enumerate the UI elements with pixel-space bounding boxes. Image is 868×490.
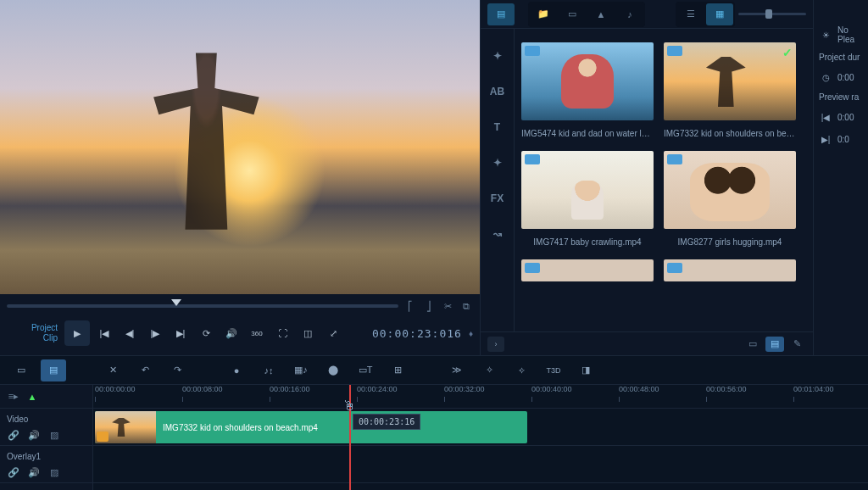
clip-card[interactable]: IMG8277 girls hugging.mp4 [664,151,796,254]
range-end-value: 0:0 [837,135,849,144]
end-button[interactable]: ▶| [170,322,192,344]
clip-card[interactable]: IMG5474 kid and dad on water lside.mp4 [521,42,654,146]
preview-canvas[interactable] [0,0,480,294]
fx-label-icon[interactable]: FX [486,188,509,209]
time-ruler[interactable]: 00:00:00:00 00:00:08:00 00:00:16:00 00:0… [93,385,868,409]
next-frame-button[interactable]: |▶ [144,322,166,344]
overlay-track-lane[interactable] [93,446,868,483]
scroll-right-icon[interactable]: › [487,337,504,352]
home-button[interactable]: |◀ [93,322,115,344]
range-end[interactable]: ▶| 0:0 [819,132,863,146]
link-icon[interactable]: 🔗 [7,429,20,441]
project-duration: ◷ 0:00 [819,70,863,84]
ab-transition-icon[interactable]: AB [486,81,509,102]
info-panel: ☀ NoPlea Project dur ◷ 0:00 Preview ra |… [814,0,868,355]
ruler-tick: 00:01:04:00 [793,385,834,393]
info-no-chapter: ☀ NoPlea [819,25,863,44]
overlay-icon[interactable]: ✦ [486,153,509,173]
storyboard-view-icon[interactable]: ▭ [743,337,762,352]
timeline-view-icon[interactable]: ▤ [765,337,784,352]
redo-icon[interactable]: ↷ [164,359,190,381]
list-view-icon[interactable]: ☰ [677,3,704,25]
360-button[interactable]: 360 [246,322,268,344]
mute-icon[interactable]: 🔊 [27,466,41,478]
filter-photo-icon[interactable]: ▲ [587,3,615,25]
disable-icon[interactable]: ▨ [47,466,61,478]
scrub-track[interactable] [7,304,398,308]
add-folder-icon[interactable]: 📁 [530,3,557,25]
expand-button[interactable]: ⤢ [322,322,344,344]
copy-icon[interactable]: ⧉ [459,299,473,313]
range-start[interactable]: |◀ 0:00 [819,110,863,124]
playhead-handle-icon[interactable]: 🖱 [342,398,358,414]
play-button[interactable]: ▶ [64,320,90,346]
video-badge-icon [525,263,540,273]
scrub-row: ⎡ ⎦ ✂ ⧉ [7,298,473,315]
mode-clip[interactable]: Clip [7,333,58,343]
fullscreen-button[interactable]: ⛶ [271,322,293,344]
filter-video-icon[interactable]: ▭ [559,3,586,25]
clip-thumbnail: ✓ [664,42,796,120]
mode-project[interactable]: Project [7,323,58,333]
prev-frame-button[interactable]: ◀| [119,322,141,344]
media-tab[interactable]: ▤ [487,3,515,25]
volume-button[interactable]: 🔊 [220,322,242,344]
loop-button[interactable]: ⟳ [195,322,217,344]
scrub-marker[interactable] [171,299,181,306]
video-track-lane[interactable]: IMG7332 kid on shoulders on beach.mp4 [93,409,868,446]
add-track-icon[interactable]: ▲ [25,391,39,403]
timecode-display[interactable]: 00:00:23:016 [372,327,462,340]
track-motion-icon[interactable]: ⬤ [320,359,346,381]
thumbnail-size-slider[interactable] [738,13,806,15]
subtitle-icon[interactable]: ▭T [353,359,378,381]
clip-thumbnail [664,151,796,229]
tools-icon[interactable]: ✕ [100,359,125,381]
fx-wand-icon[interactable]: ✦ [486,46,509,66]
crop-icon[interactable]: ⟡ [509,359,534,381]
multi-cam-icon[interactable]: ⊞ [385,359,410,381]
ruler-tick: 00:00:16:00 [270,385,310,393]
overlay-track-header[interactable]: Overlay1 🔗 🔊 ▨ [0,446,92,483]
record-icon[interactable]: ● [224,359,249,381]
clip-card[interactable]: IMG7417 baby crawling.mp4 [521,151,654,254]
mark-in-icon[interactable]: ⎡ [403,299,417,313]
storyboard-mode-icon[interactable]: ▭ [8,359,34,381]
ruler-tick: 00:00:40:00 [531,385,572,393]
ruler-tick: 00:00:56:00 [706,385,747,393]
mark-out-icon[interactable]: ⎦ [422,299,436,313]
path-icon[interactable]: ↝ [486,224,509,244]
clip-card[interactable]: ✓ IMG7332 kid on shoulders on beach.mp4 [664,42,796,146]
clip-card[interactable] [664,259,796,281]
split-button[interactable]: ◫ [297,322,319,344]
view-group: ☰ ▦ [676,2,735,27]
split-screen-icon[interactable]: ◨ [573,359,598,381]
mark-out-icon: ▶| [819,132,832,146]
timeline-clip[interactable]: IMG7332 kid on shoulders on beach.mp4 [95,411,527,443]
clip-card[interactable] [521,259,654,281]
ruler-tick: 00:00:08:00 [182,385,223,393]
library-grid: IMG5474 kid and dad on water lside.mp4 ✓… [515,29,813,331]
edit-view-icon[interactable]: ✎ [787,337,806,352]
playback-row: Project Clip ▶ |◀ ◀| |▶ ▶| ⟳ 🔊 360 ⛶ ◫ ⤢… [7,315,473,352]
track-lanes[interactable]: 00:00:00:00 00:00:08:00 00:00:16:00 00:0… [93,385,868,490]
menu-icon[interactable]: ≡▸ [7,391,20,403]
video-track-header[interactable]: Video 🔗 🔊 ▨ [0,409,92,446]
filter-audio-icon[interactable]: ♪ [616,3,643,25]
3d-title-icon[interactable]: T3D [541,359,566,381]
scissors-icon[interactable]: ✂ [441,299,454,313]
check-icon: ✓ [782,46,793,59]
audio-mixer-icon[interactable]: ♪↕ [256,359,281,381]
speed-icon[interactable]: ≫ [444,359,470,381]
playhead[interactable]: 🖱 00:00:23:16 [349,385,351,490]
undo-icon[interactable]: ↶ [132,359,158,381]
ruler-tick: 00:00:48:00 [619,385,659,393]
ruler-tick: 00:00:32:00 [444,385,485,393]
link-icon[interactable]: 🔗 [7,466,20,478]
timeline-mode-icon[interactable]: ▤ [41,359,66,381]
mute-icon[interactable]: 🔊 [27,429,41,441]
grid-view-icon[interactable]: ▦ [706,3,733,25]
title-icon[interactable]: T [486,117,509,137]
motion-icon[interactable]: ✧ [476,359,502,381]
auto-music-icon[interactable]: ▦♪ [288,359,314,381]
disable-icon[interactable]: ▨ [47,429,61,441]
